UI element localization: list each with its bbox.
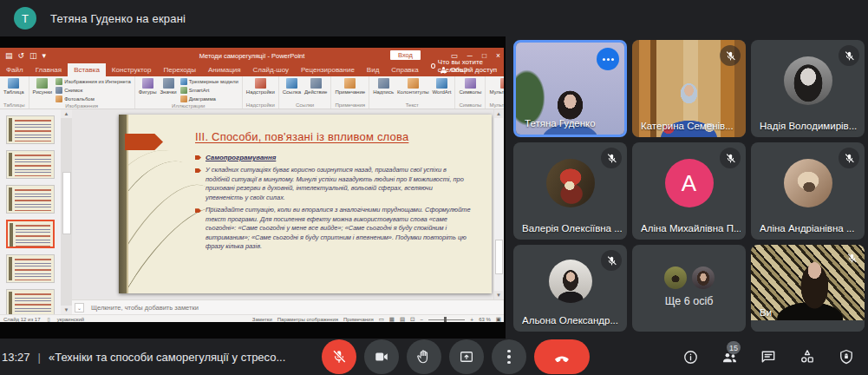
zoom-slider-thumb[interactable] bbox=[444, 317, 447, 322]
scroll-up-icon[interactable]: ▲ bbox=[61, 109, 72, 118]
display-options-button[interactable]: Параметры отображения bbox=[277, 317, 338, 322]
language-indicator[interactable]: украинский bbox=[57, 317, 84, 322]
ribbon-group-links: Ссылка Действие Ссылки bbox=[279, 76, 332, 109]
scroll-up-icon[interactable]: ▲ bbox=[494, 109, 503, 118]
zoom-in-icon[interactable]: + bbox=[470, 317, 473, 323]
fit-to-window-icon[interactable]: ▣ bbox=[496, 316, 501, 323]
slide-sorter-icon[interactable]: ▦ bbox=[389, 316, 395, 323]
tab-file[interactable]: Файл bbox=[0, 63, 29, 76]
slide-thumbnail[interactable] bbox=[6, 289, 55, 314]
camera-toggle-button[interactable] bbox=[364, 339, 399, 374]
tab-help[interactable]: Справка bbox=[385, 63, 424, 76]
tab-transitions[interactable]: Переходы bbox=[157, 63, 202, 76]
share-access-button[interactable]: Общий доступ bbox=[441, 66, 497, 74]
header-footer-button[interactable]: Колонтитулы bbox=[397, 78, 429, 95]
participant-tile[interactable]: Аліна Андріанівна ... bbox=[751, 142, 865, 240]
host-controls-button[interactable] bbox=[837, 347, 856, 366]
overflow-tile[interactable]: Ще 6 осіб bbox=[632, 245, 746, 332]
action-button[interactable]: Действие bbox=[304, 78, 327, 95]
slide-thumbnail[interactable] bbox=[6, 150, 55, 179]
participant-avatar bbox=[664, 266, 687, 289]
shapes-icon bbox=[142, 78, 153, 89]
smartart-button[interactable]: SmartArt bbox=[180, 87, 238, 94]
chart-button[interactable]: Диаграмма bbox=[180, 95, 238, 102]
scrollbar-thumb[interactable] bbox=[62, 172, 71, 234]
meeting-details-button[interactable] bbox=[681, 347, 700, 366]
slideshow-view-icon[interactable]: ⊡ bbox=[410, 316, 414, 323]
participant-tile[interactable]: Тетяна Гуденко bbox=[513, 40, 627, 137]
sign-in-button[interactable]: Вход bbox=[390, 50, 421, 60]
current-slide[interactable]: III. Способи, пов'язані із впливом слова… bbox=[119, 115, 492, 293]
tab-home[interactable]: Главная bbox=[29, 63, 68, 76]
activities-button[interactable] bbox=[798, 347, 817, 366]
photo-album-button[interactable]: Фотоальбом bbox=[55, 95, 131, 102]
slide-thumbnail[interactable] bbox=[6, 254, 55, 283]
3d-models-button[interactable]: Трехмерные модели bbox=[180, 78, 238, 85]
zoom-slider[interactable] bbox=[428, 319, 465, 320]
self-view-tile[interactable]: Ви bbox=[751, 245, 865, 332]
call-controls bbox=[322, 339, 590, 374]
tab-review[interactable]: Рецензирование bbox=[295, 63, 361, 76]
online-pictures-button[interactable]: Изображения из Интернета bbox=[55, 78, 131, 85]
link-button[interactable]: Ссылка bbox=[283, 78, 301, 95]
slide-body: Самопрограмування У складних ситуаціях б… bbox=[195, 153, 471, 255]
slide-thumbnail[interactable] bbox=[6, 115, 55, 144]
end-call-button[interactable] bbox=[534, 339, 590, 374]
comment-button[interactable]: Примечание bbox=[335, 78, 365, 95]
shapes-button[interactable]: Фигуры bbox=[139, 78, 157, 95]
notes-collapse-icon[interactable]: ⌄ bbox=[75, 303, 84, 312]
symbols-button[interactable]: Символы bbox=[459, 78, 481, 95]
slide-thumbnail[interactable] bbox=[6, 185, 55, 214]
participant-tile[interactable]: Надія Володимирів... bbox=[751, 40, 865, 137]
zoom-level[interactable]: 63 % bbox=[479, 317, 491, 322]
insert-table-button[interactable]: Таблица bbox=[3, 78, 24, 95]
participant-tile[interactable]: Катерина Семенів... bbox=[632, 40, 746, 137]
present-screen-button[interactable] bbox=[449, 339, 484, 374]
insert-pictures-button[interactable]: Рисунки bbox=[33, 78, 53, 95]
3d-models-icon bbox=[180, 78, 187, 85]
tab-insert[interactable]: Вставка bbox=[68, 63, 106, 76]
participant-avatar: А bbox=[665, 159, 714, 207]
scroll-down-icon[interactable]: ▼ bbox=[61, 306, 72, 314]
scroll-down-icon[interactable]: ▼ bbox=[494, 291, 503, 299]
more-vert-icon bbox=[507, 350, 511, 365]
slide-thumbnail-current[interactable] bbox=[6, 220, 55, 248]
scrollbar-thumb[interactable] bbox=[495, 240, 503, 274]
tab-slideshow[interactable]: Слайд-шоу bbox=[247, 63, 295, 76]
reading-view-icon[interactable]: ▤ bbox=[400, 316, 405, 323]
more-options-button[interactable] bbox=[492, 339, 526, 374]
tab-design[interactable]: Конструктор bbox=[106, 63, 158, 76]
participant-avatar bbox=[549, 260, 592, 303]
participant-tile[interactable]: Альона Олександр... bbox=[513, 245, 627, 332]
slide-scrollbar[interactable]: ▲ ▼ bbox=[493, 109, 504, 299]
participant-name: Тетяна Гуденко bbox=[525, 118, 596, 128]
tab-animations[interactable]: Анимация bbox=[202, 63, 247, 76]
participant-tile[interactable]: Валерія Олексіївна ... bbox=[513, 142, 627, 240]
thumbnails-scrollbar[interactable]: ▲ ▼ bbox=[61, 109, 72, 314]
participants-button[interactable]: 15 bbox=[720, 347, 739, 366]
overflow-avatars bbox=[664, 266, 715, 289]
media-button[interactable]: Мультимедиа bbox=[489, 78, 504, 95]
shared-screen: ▤ ↺ ◫ ▾ Методи саморегуляції - PowerPoin… bbox=[0, 36, 506, 339]
zoom-out-icon[interactable]: − bbox=[421, 317, 424, 323]
normal-view-icon[interactable]: ▭ bbox=[379, 316, 384, 323]
tile-more-options-button[interactable] bbox=[597, 48, 619, 70]
header-footer-icon bbox=[408, 78, 419, 89]
raise-hand-button[interactable] bbox=[407, 339, 441, 374]
text-box-button[interactable]: Надпись bbox=[373, 78, 394, 95]
clock: 13:27 bbox=[2, 351, 30, 364]
notes-area[interactable]: ⌄ Щелкните, чтобы добавить заметки bbox=[72, 299, 504, 314]
tab-view[interactable]: Вид bbox=[361, 63, 385, 76]
participant-tile[interactable]: А Аліна Михайлівна П... bbox=[632, 142, 746, 240]
notes-toggle-button[interactable]: Заметки bbox=[252, 317, 272, 322]
wordart-button[interactable]: WordArt bbox=[433, 78, 452, 95]
comments-toggle-button[interactable]: Примечания bbox=[343, 317, 374, 322]
mic-toggle-button[interactable] bbox=[322, 339, 356, 374]
mic-muted-icon bbox=[601, 148, 622, 168]
participant-name: Ви bbox=[760, 307, 772, 318]
screenshot-button[interactable]: Снимок bbox=[55, 87, 131, 94]
chat-button[interactable] bbox=[759, 347, 778, 366]
icons-button[interactable]: Значки bbox=[160, 78, 176, 95]
participant-avatar bbox=[784, 159, 832, 207]
addins-button[interactable]: Надстройки bbox=[246, 78, 275, 95]
